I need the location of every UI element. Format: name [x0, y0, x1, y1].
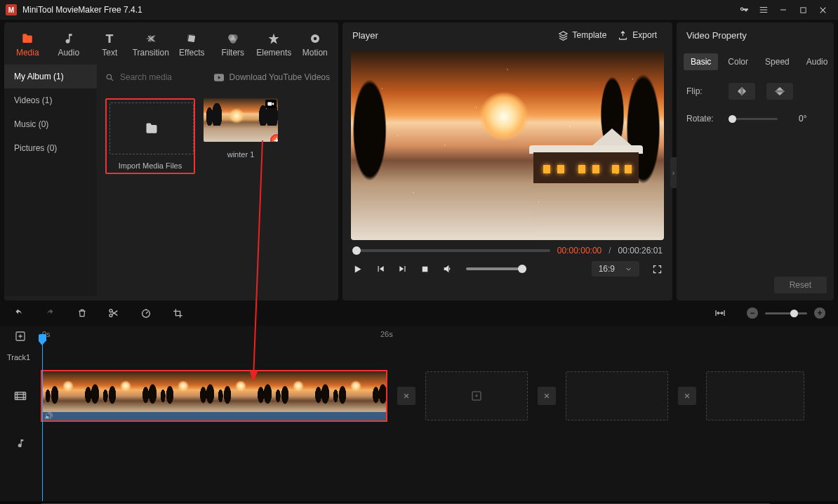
prev-frame-button[interactable] — [375, 264, 385, 274]
flip-vertical-button[interactable] — [766, 83, 793, 100]
speed-button[interactable] — [140, 307, 152, 319]
add-to-timeline-button[interactable]: + — [270, 134, 278, 142]
svg-point-15 — [109, 314, 112, 317]
transition-slot[interactable] — [678, 387, 696, 405]
zoom-slider[interactable] — [765, 312, 807, 314]
track-label: Track1 — [0, 347, 41, 368]
title-bar: M MiniTool MovieMaker Free 7.4.1 — [0, 0, 838, 20]
export-icon — [618, 30, 628, 41]
zoom-in-button[interactable]: + — [814, 307, 825, 319]
video-property-panel: › Video Property Basic Color Speed Audio… — [677, 22, 834, 300]
svg-point-7 — [314, 37, 317, 41]
tab-filters[interactable]: Filters — [213, 28, 254, 65]
crop-button[interactable] — [173, 308, 183, 319]
tab-basic[interactable]: Basic — [684, 53, 718, 70]
sidebar-item-videos[interactable]: Videos (1) — [4, 88, 97, 112]
volume-slider[interactable] — [466, 267, 526, 270]
undo-button[interactable] — [13, 308, 24, 318]
timeline: Track1 0s 26s 🔊 — [0, 326, 838, 501]
tab-elements-label: Elements — [256, 48, 291, 58]
svg-rect-0 — [800, 7, 805, 12]
timeline-scrollbar[interactable] — [0, 501, 838, 504]
tab-motion-label: Motion — [302, 48, 328, 58]
tab-speed[interactable]: Speed — [758, 53, 797, 70]
minimize-button[interactable] — [773, 0, 793, 20]
transition-slot[interactable] — [538, 387, 556, 405]
export-button[interactable]: Export — [612, 30, 663, 41]
stop-button[interactable] — [420, 265, 430, 274]
tab-text[interactable]: Text — [89, 28, 131, 65]
volume-icon[interactable] — [442, 263, 453, 274]
tab-audio-prop[interactable]: Audio — [799, 53, 835, 70]
media-clip-winter1[interactable]: + winter 1 — [204, 98, 278, 174]
collapse-panel-button[interactable]: › — [670, 157, 677, 188]
app-logo-icon: M — [6, 4, 17, 15]
sidebar-item-pictures[interactable]: Pictures (0) — [4, 136, 97, 160]
zoom-out-button[interactable]: − — [747, 307, 758, 319]
playhead[interactable] — [42, 338, 43, 501]
rotate-label: Rotate: — [686, 114, 717, 124]
template-button[interactable]: Template — [552, 30, 613, 41]
add-track-button[interactable] — [0, 326, 41, 347]
youtube-icon — [214, 74, 224, 81]
svg-rect-12 — [741, 87, 742, 95]
tab-transition[interactable]: Transition — [131, 28, 172, 65]
media-clip-label: winter 1 — [204, 150, 278, 159]
play-button[interactable] — [352, 264, 363, 274]
svg-rect-13 — [775, 91, 784, 91]
search-input[interactable]: Search media — [120, 72, 208, 82]
filters-icon — [227, 32, 239, 45]
download-youtube-link[interactable]: Download YouTube Videos — [230, 72, 330, 82]
tab-color[interactable]: Color — [721, 53, 755, 70]
split-button[interactable] — [108, 307, 119, 319]
reset-button[interactable]: Reset — [774, 277, 827, 293]
media-panel: Media Audio Text Transition Effects Filt… — [4, 22, 338, 300]
chevron-down-icon — [625, 265, 632, 273]
fit-button[interactable] — [714, 308, 726, 318]
menu-icon[interactable] — [754, 0, 773, 20]
timeline-ruler[interactable]: 0s 26s — [41, 326, 838, 347]
clip-audio-icon: 🔊 — [44, 412, 53, 420]
video-property-title: Video Property — [686, 30, 824, 41]
maximize-button[interactable] — [793, 0, 813, 20]
sidebar-item-my-album[interactable]: My Album (1) — [4, 65, 97, 88]
aspect-ratio-dropdown[interactable]: 16:9 — [592, 261, 639, 277]
tab-elements[interactable]: Elements — [253, 28, 295, 65]
empty-clip-slot[interactable] — [566, 371, 668, 420]
transition-icon — [145, 32, 157, 45]
empty-clip-slot[interactable] — [706, 371, 804, 420]
tab-effects[interactable]: Effects — [171, 28, 213, 65]
import-media-button[interactable]: Import Media Files — [105, 98, 195, 174]
window-title: MiniTool MovieMaker Free 7.4.1 — [22, 5, 734, 15]
next-frame-button[interactable] — [398, 264, 408, 274]
redo-button[interactable] — [45, 308, 56, 318]
preview-viewport — [351, 51, 664, 240]
transition-slot[interactable] — [397, 387, 415, 405]
tab-audio[interactable]: Audio — [48, 28, 90, 65]
time-duration: 00:00:26:01 — [618, 246, 663, 256]
audio-track-icon — [0, 424, 41, 462]
template-icon — [558, 30, 568, 41]
timeline-clip-winter1[interactable]: 🔊 — [41, 370, 387, 422]
search-icon — [105, 73, 114, 82]
timeline-toolbar: − + — [0, 300, 838, 326]
empty-clip-slot[interactable] — [425, 371, 528, 420]
elements-icon — [267, 32, 280, 45]
flip-horizontal-button[interactable] — [729, 83, 755, 100]
tab-media[interactable]: Media — [7, 28, 48, 65]
music-note-icon — [62, 32, 75, 45]
close-button[interactable] — [813, 0, 832, 20]
fullscreen-button[interactable] — [652, 264, 663, 274]
import-media-label: Import Media Files — [109, 161, 191, 170]
seek-slider[interactable] — [352, 249, 550, 252]
key-icon[interactable] — [734, 0, 754, 20]
flip-label: Flip: — [686, 86, 717, 96]
video-badge-icon — [265, 100, 277, 108]
svg-point-14 — [109, 310, 112, 312]
tab-motion[interactable]: Motion — [295, 28, 336, 65]
delete-button[interactable] — [77, 307, 87, 319]
rotate-slider[interactable] — [729, 118, 778, 120]
ruler-tick-26: 26s — [380, 330, 393, 338]
sidebar-item-music[interactable]: Music (0) — [4, 112, 97, 136]
time-current: 00:00:00:00 — [557, 246, 601, 256]
